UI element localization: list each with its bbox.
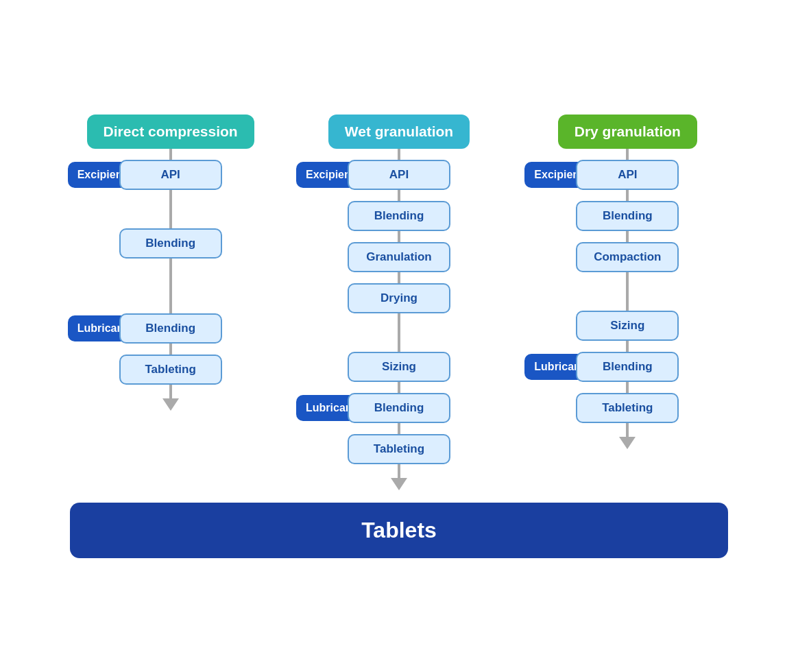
blending-box-1a: Blending xyxy=(119,228,222,259)
header-direct-compression: Direct compression xyxy=(87,115,254,149)
three-columns: Direct compression Excipients API Blendi… xyxy=(56,115,742,490)
tablets-label: Tablets xyxy=(361,518,437,542)
sizing-box-2: Sizing xyxy=(348,352,450,382)
flow-item-lubricants-2: Lubricants Blending xyxy=(296,393,502,423)
column-direct-compression: Direct compression Excipients API Blendi… xyxy=(68,115,274,411)
flow-item-api-1: Excipients API xyxy=(68,160,274,190)
blending-box-2a: Blending xyxy=(348,201,450,231)
sizing-box-3: Sizing xyxy=(576,311,679,341)
drying-box-2: Drying xyxy=(348,283,450,313)
flow-item-api-2: Excipients API xyxy=(296,160,502,190)
header-wet-granulation: Wet granulation xyxy=(328,115,470,149)
tableting-box-1: Tableting xyxy=(119,355,222,385)
blending-box-2b: Blending xyxy=(348,393,450,423)
blending-box-1b: Blending xyxy=(119,313,222,344)
granulation-box-2: Granulation xyxy=(348,242,450,272)
api-box-3: API xyxy=(576,160,679,190)
header-dry-granulation: Dry granulation xyxy=(558,115,697,149)
diagram: Direct compression Excipients API Blendi… xyxy=(22,115,776,558)
compaction-box-3: Compaction xyxy=(576,242,679,272)
arrow-3 xyxy=(619,437,636,449)
tableting-box-2: Tableting xyxy=(348,434,450,464)
arrow-2 xyxy=(391,478,407,490)
tableting-box-3: Tableting xyxy=(576,393,679,423)
flow-item-lubricants-3: Lubricants Blending xyxy=(524,352,730,382)
api-box-1: API xyxy=(119,160,222,190)
api-box-2: API xyxy=(348,160,450,190)
column-wet-granulation: Wet granulation Excipients API Blending … xyxy=(296,115,502,490)
flow-item-api-3: Excipients API xyxy=(524,160,730,190)
tablets-bar: Tablets xyxy=(70,503,728,558)
flow-item-lubricants-1: Lubricants Blending xyxy=(68,313,274,344)
blending-box-3a: Blending xyxy=(576,201,679,231)
arrow-1 xyxy=(162,398,179,411)
blending-box-3b: Blending xyxy=(576,352,679,382)
column-dry-granulation: Dry granulation Excipients API Blending … xyxy=(524,115,730,449)
